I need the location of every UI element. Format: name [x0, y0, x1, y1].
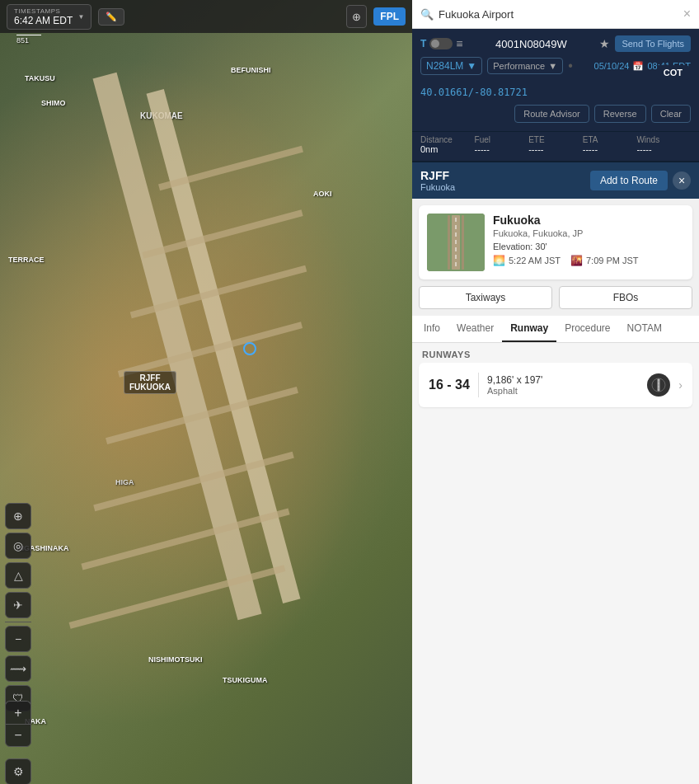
sunset-icon: 🌇	[570, 255, 583, 266]
distance-value: 0nm	[420, 144, 438, 154]
tab-notam[interactable]: NOTAM	[619, 316, 670, 342]
runway-info: 9,186' x 197' Asphalt	[487, 374, 542, 396]
stat-winds: Winds -----	[636, 135, 691, 154]
tab-weather[interactable]: Weather	[448, 316, 502, 342]
fuel-value: -----	[475, 144, 490, 154]
tab-info[interactable]: Info	[415, 316, 448, 342]
right-panel: 🔍 × T ≡ 4001N08049W ★ Send To Flights N2…	[412, 0, 699, 784]
sunrise-value: 5:22 AM JST	[509, 256, 561, 265]
timestamp-value: 6:42 AM EDT	[14, 15, 73, 26]
pencil-icon: ✏️	[106, 12, 117, 22]
airport-icao-label: RJFF	[420, 169, 455, 182]
aircraft-select[interactable]: N284LM ▼	[420, 57, 482, 75]
add-to-route-button[interactable]: Add to Route	[590, 171, 668, 190]
airport-location: Fukuoka, Fukuoka, JP	[493, 228, 684, 238]
layers-button[interactable]: ⊕	[346, 5, 367, 28]
tab-runway[interactable]: Runway	[502, 316, 556, 342]
timestamp-display: TIMESTAMPS 6:42 AM EDT	[14, 7, 73, 26]
fpl-row1: T ≡ 4001N08049W ★ Send To Flights	[420, 35, 691, 52]
top-bar: TIMESTAMPS 6:42 AM EDT ▼ ✏️ ⊕ FPL	[0, 0, 412, 33]
edit-button[interactable]: ✏️	[98, 8, 124, 26]
star-button[interactable]: ★	[599, 37, 610, 50]
route-advisor-button[interactable]: Route Advisor	[514, 105, 589, 123]
stat-distance: Distance 0nm	[420, 135, 475, 154]
airport-code-name: RJFF Fukuoka	[420, 169, 455, 192]
traffic-button[interactable]: ◎	[5, 533, 31, 559]
airport-elevation: Elevation: 30'	[493, 242, 684, 251]
clear-button[interactable]: Clear	[651, 105, 691, 123]
map-controls: ⊕ ◎ △ ✈ − ⟿ 🛡	[5, 503, 31, 711]
sunset-value: 7:09 PM JST	[586, 256, 639, 265]
settings-button[interactable]: ⚙	[5, 758, 31, 784]
map-area[interactable]: TAKUSU SHIMO BEFUNISHI AOKI HIGASHINAKA …	[0, 0, 412, 784]
zoom-out-button[interactable]: −	[5, 724, 31, 747]
airport-name: Fukuoka	[493, 214, 684, 227]
runway-dimensions: 9,186' x 197'	[487, 374, 542, 386]
perf-chevron-icon: ▼	[548, 61, 557, 71]
scale-bar: 851	[16, 35, 41, 45]
fbos-button[interactable]: FBOs	[559, 286, 692, 309]
runways-section-header: RUNWAYS	[412, 343, 699, 363]
eta-value: -----	[583, 144, 598, 154]
airport-panel: RJFF Fukuoka Add to Route ×	[412, 162, 699, 784]
sunrise-display: 🌅 5:22 AM JST	[493, 255, 561, 266]
waypoint-marker	[243, 342, 256, 355]
airport-thumbnail	[427, 214, 485, 271]
tab-bar: Info Weather Runway Procedure NOTAM	[412, 316, 699, 343]
toggle-switch[interactable]	[429, 38, 453, 49]
performance-label: Performance	[493, 61, 545, 71]
stats-row: Distance 0nm Fuel ----- ETE ----- ETA --…	[412, 132, 699, 162]
runway-section: RUNWAYS 16 - 34 9,186' x 197' Asphalt	[412, 343, 699, 784]
winds-value: -----	[636, 144, 651, 154]
tab-procedure[interactable]: Procedure	[556, 316, 618, 342]
runway-number: 16 - 34	[429, 378, 470, 392]
search-bar: 🔍 ×	[412, 0, 699, 29]
minus-ctrl-button[interactable]: −	[5, 626, 31, 652]
stat-fuel: Fuel -----	[475, 135, 529, 154]
performance-select[interactable]: Performance ▼	[487, 58, 563, 74]
alert-button[interactable]: △	[5, 562, 31, 589]
svg-rect-3	[462, 215, 464, 270]
close-airport-button[interactable]: ×	[673, 171, 691, 190]
sunset-display: 🌇 7:09 PM JST	[570, 255, 639, 266]
stat-eta: ETA -----	[583, 135, 637, 154]
winds-label: Winds	[636, 135, 659, 144]
airport-info-card: Fukuoka Fukuoka, Fukuoka, JP Elevation: …	[419, 205, 692, 279]
runway-item[interactable]: 16 - 34 9,186' x 197' Asphalt ›	[419, 363, 692, 407]
search-input[interactable]	[439, 8, 678, 21]
stat-ete: ETE -----	[528, 135, 583, 154]
zoom-in-button[interactable]: +	[5, 701, 31, 724]
runway-divider	[478, 373, 479, 397]
timestamp-label: TIMESTAMPS	[14, 7, 60, 15]
reverse-button[interactable]: Reverse	[594, 105, 646, 123]
runway-surface: Asphalt	[487, 386, 542, 396]
ete-label: ETE	[528, 135, 544, 144]
route-input-area: 40.01661/-80.81721 Route Advisor Reverse…	[412, 82, 699, 132]
layers-icon: ⊕	[352, 11, 361, 23]
taxiways-button[interactable]: Taxiways	[419, 286, 552, 309]
clear-search-button[interactable]: ×	[683, 7, 691, 21]
fpl-panel: T ≡ 4001N08049W ★ Send To Flights N284LM…	[412, 29, 699, 82]
airport-city-map: FUKUOKA	[129, 383, 171, 392]
sunrise-icon: 🌅	[493, 255, 505, 266]
aircraft-label: N284LM	[426, 60, 463, 72]
route-button[interactable]: ⟿	[5, 655, 31, 682]
menu-icon[interactable]: ≡	[456, 37, 462, 50]
fuel-label: Fuel	[475, 135, 490, 144]
timestamp-chevron-icon[interactable]: ▼	[77, 13, 84, 21]
airport-button[interactable]: ✈	[5, 592, 31, 618]
ete-value: -----	[528, 144, 543, 154]
route-text: 40.01661/-80.81721	[420, 87, 691, 98]
send-to-flights-button[interactable]: Send To Flights	[615, 35, 691, 52]
airport-header: RJFF Fukuoka Add to Route ×	[412, 162, 699, 199]
quick-actions: Taxiways FBOs	[412, 286, 699, 316]
airport-header-buttons: Add to Route ×	[590, 171, 691, 190]
search-icon: 🔍	[420, 8, 434, 21]
map-background	[0, 0, 412, 784]
fpl-button[interactable]: FPL	[373, 7, 406, 26]
gear-icon: ⚙	[5, 758, 31, 784]
runway-chevron-icon: ›	[678, 378, 683, 392]
layers-ctrl-button[interactable]: ⊕	[5, 503, 31, 529]
calendar-icon[interactable]: 📅	[632, 61, 644, 72]
airport-map-label: RJFF FUKUOKA	[124, 371, 176, 394]
